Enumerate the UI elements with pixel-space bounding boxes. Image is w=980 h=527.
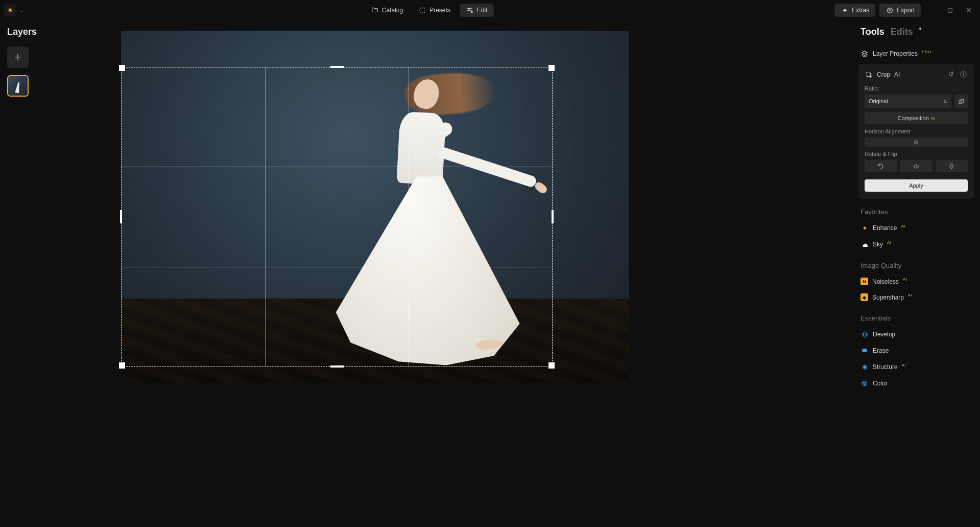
topbar-center: Catalog Presets Edit xyxy=(365,4,494,17)
ai-badge: AI xyxy=(894,71,900,78)
right-panel: Tools Edits Layer Properties PRO Crop AI… xyxy=(852,20,980,527)
export-button[interactable]: Export xyxy=(879,4,921,17)
layers-title: Layers xyxy=(7,27,75,37)
develop-label: Develop xyxy=(873,331,895,338)
cloud-icon xyxy=(861,240,869,248)
extras-button[interactable]: ✦ Extras xyxy=(834,4,875,17)
erase-tool[interactable]: Erase xyxy=(858,342,974,359)
canvas-floor xyxy=(121,299,629,383)
sparkle-icon xyxy=(418,6,426,14)
layer-properties-row[interactable]: Layer Properties PRO xyxy=(858,45,974,62)
topbar-right: ✦ Extras Export — ✕ xyxy=(834,3,976,17)
canvas[interactable] xyxy=(121,31,629,383)
export-label: Export xyxy=(897,7,915,14)
edit-label: Edit xyxy=(477,7,488,14)
crop-header: Crop AI ↺ ⓘ xyxy=(865,69,968,80)
add-layer-button[interactable]: + xyxy=(7,47,29,68)
minimize-button[interactable]: — xyxy=(925,3,939,17)
horizon-label: Horizon Alignment xyxy=(865,128,968,134)
crop-title: Crop xyxy=(877,71,890,78)
ai-badge: AI xyxy=(931,116,935,121)
svg-point-12 xyxy=(864,384,865,385)
structure-tool[interactable]: ✱ Structure AI xyxy=(858,359,974,375)
topbar: ✷ ⌄ Catalog Presets Edit ✦ Extras xyxy=(0,0,980,20)
sky-tool[interactable]: Sky AI xyxy=(858,236,974,253)
catalog-label: Catalog xyxy=(382,7,403,14)
noiseless-icon: N xyxy=(861,278,868,285)
develop-tool[interactable]: Develop xyxy=(858,326,974,342)
develop-icon xyxy=(861,330,869,338)
layer-properties-label: Layer Properties xyxy=(873,50,918,57)
close-button[interactable]: ✕ xyxy=(962,3,976,17)
horizon-slider[interactable]: ⊖ xyxy=(865,138,968,147)
erase-icon xyxy=(861,347,869,355)
ratio-value: Original xyxy=(869,98,888,104)
apply-label: Apply xyxy=(909,182,923,189)
catalog-tab[interactable]: Catalog xyxy=(365,4,409,17)
sky-label: Sky xyxy=(873,241,883,248)
pro-badge: PRO xyxy=(922,50,931,54)
apply-button[interactable]: Apply xyxy=(865,179,968,192)
color-icon xyxy=(861,379,869,387)
color-label: Color xyxy=(873,380,888,387)
enhance-label: Enhance xyxy=(873,224,897,232)
chevron-updown-icon: ⇅ xyxy=(943,99,947,104)
edit-tab[interactable]: Edit xyxy=(460,4,494,17)
noiseless-tool[interactable]: N Noiseless AI xyxy=(858,273,974,289)
ai-badge: AI xyxy=(901,224,905,228)
erase-label: Erase xyxy=(873,347,889,354)
layers-panel: Layers + xyxy=(0,20,82,103)
presets-label: Presets xyxy=(429,7,450,14)
svg-point-2 xyxy=(471,11,472,12)
flip-vertical-button[interactable] xyxy=(936,160,968,172)
favorites-section-title: Favorites xyxy=(861,208,974,216)
ai-badge: AI xyxy=(902,363,906,368)
crop-icon xyxy=(865,71,873,79)
ai-badge: AI xyxy=(908,293,913,297)
supersharp-label: Supersharp xyxy=(872,294,904,301)
rotate-flip-label: Rotate & Flip xyxy=(865,151,968,157)
edits-tab[interactable]: Edits xyxy=(891,27,913,37)
structure-icon: ✱ xyxy=(861,363,869,371)
svg-point-1 xyxy=(468,10,469,11)
flip-horizontal-button[interactable] xyxy=(900,160,932,172)
enhance-tool[interactable]: ✦ Enhance AI xyxy=(858,220,974,236)
sliders-icon xyxy=(466,6,474,14)
supersharp-icon: ◆ xyxy=(861,293,868,301)
enhance-icon: ✦ xyxy=(861,224,869,232)
edits-indicator-dot xyxy=(919,28,921,30)
app-logo[interactable]: ✷ xyxy=(4,4,16,16)
ratio-swap-button[interactable] xyxy=(954,95,968,108)
info-icon[interactable]: ⓘ xyxy=(959,69,968,80)
layer-thumbnail[interactable] xyxy=(7,75,29,97)
supersharp-tool[interactable]: ◆ Supersharp AI xyxy=(858,289,974,305)
svg-point-9 xyxy=(862,381,867,385)
tools-tab[interactable]: Tools xyxy=(861,27,885,37)
export-icon xyxy=(886,6,894,14)
color-tool[interactable]: Color xyxy=(858,375,974,392)
composition-label: Composition xyxy=(898,115,929,121)
structure-label: Structure xyxy=(873,363,898,371)
reset-icon[interactable]: ↺ xyxy=(947,69,955,80)
panel-tabs: Tools Edits xyxy=(861,27,974,37)
presets-tab[interactable]: Presets xyxy=(412,4,457,17)
svg-rect-4 xyxy=(948,8,952,12)
crop-panel: Crop AI ↺ ⓘ Ratio: Original ⇅ Compositio… xyxy=(858,64,974,199)
svg-point-10 xyxy=(863,382,864,383)
composition-button[interactable]: Composition AI xyxy=(865,112,968,124)
svg-point-7 xyxy=(863,333,866,336)
ratio-select[interactable]: Original ⇅ xyxy=(865,95,951,108)
horizon-center-icon: ⊖ xyxy=(914,139,919,146)
ai-badge: AI xyxy=(903,277,907,282)
layers-icon xyxy=(861,50,869,58)
svg-point-11 xyxy=(865,382,866,383)
folder-icon xyxy=(371,6,379,14)
plus-sparkle-icon: ✦ xyxy=(841,6,849,14)
svg-rect-8 xyxy=(862,349,867,352)
svg-point-0 xyxy=(470,8,471,9)
ratio-label: Ratio: xyxy=(865,85,968,91)
maximize-button[interactable] xyxy=(943,3,958,17)
logo-dropdown-icon[interactable]: ⌄ xyxy=(19,8,23,13)
rotate-button[interactable] xyxy=(865,160,897,172)
ai-badge: AI xyxy=(887,240,892,245)
